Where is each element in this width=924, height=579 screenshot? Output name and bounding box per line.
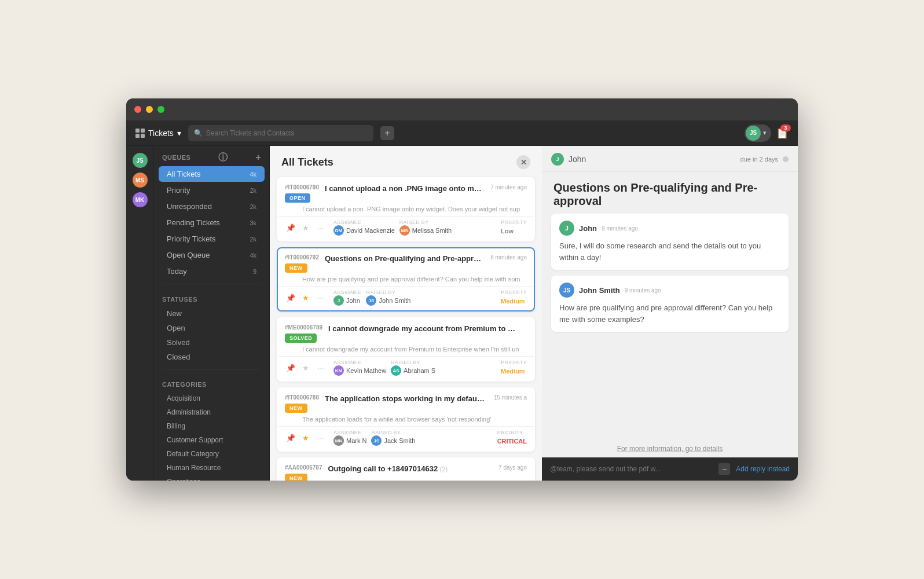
pin-icon[interactable]: 📌 xyxy=(285,433,296,444)
search-input[interactable] xyxy=(206,129,368,137)
more-icon[interactable]: ··· xyxy=(315,362,327,374)
icon-strip-avatar-ms[interactable]: MS xyxy=(133,173,148,188)
search-bar[interactable]: 🔍 xyxy=(188,125,373,141)
sidebar-divider-1 xyxy=(162,284,261,284)
assignee-avatar: J xyxy=(333,295,344,306)
sidebar-item-today[interactable]: Today9 xyxy=(159,263,265,279)
sidebar-item-all-tickets[interactable]: All Tickets4k xyxy=(159,166,265,182)
sidebar-item-priority-tickets[interactable]: Priority Tickets2k xyxy=(159,231,265,247)
ticket-preview: I cannot downgrade my account from Premi… xyxy=(278,346,534,356)
more-icon[interactable]: ··· xyxy=(315,292,327,304)
sidebar-category-acquisition[interactable]: Acquisition xyxy=(154,391,269,405)
icon-strip-avatar-mk[interactable]: MK xyxy=(133,192,148,207)
ticket-preview: How are pre qualifying and pre approval … xyxy=(278,276,534,286)
ticket-card-4[interactable]: #AA00006787 NEW Outgoing call to +184970… xyxy=(277,457,535,481)
window-fullscreen-dot[interactable] xyxy=(157,106,164,113)
window-close-dot[interactable] xyxy=(134,106,141,113)
add-button[interactable]: + xyxy=(380,126,394,140)
message-avatar: JS xyxy=(559,283,574,298)
sidebar-statuses: NewOpenSolvedClosed xyxy=(154,306,269,364)
raised-by-avatar: JS xyxy=(366,295,376,306)
detail-due: due in 2 days xyxy=(740,156,778,163)
pin-icon[interactable]: 📌 xyxy=(285,362,296,374)
topbar: Tickets ▾ 🔍 + JS ▾ 📋 3 xyxy=(126,120,798,146)
compose-input[interactable] xyxy=(550,465,713,473)
ticket-title: Questions on Pre-qualifying and Pre-appr… xyxy=(325,254,482,263)
ticket-status-badge: NEW xyxy=(285,404,307,413)
search-icon: 🔍 xyxy=(194,129,203,137)
sidebar-status-solved[interactable]: Solved xyxy=(154,335,269,350)
message-avatar: J xyxy=(559,221,574,236)
priority-label: Medium xyxy=(501,298,525,305)
pin-icon[interactable]: 📌 xyxy=(285,292,296,304)
detail-status-dot xyxy=(783,156,789,162)
add-reply-button[interactable]: Add reply instead xyxy=(736,465,790,473)
sidebar-category-billing[interactable]: Billing xyxy=(154,419,269,433)
add-queue-icon[interactable]: + xyxy=(255,153,261,162)
assignee-avatar: MN xyxy=(333,435,344,446)
ticket-list-panel: All Tickets ✕ #IT00006790 OPEN I cannot … xyxy=(270,146,542,481)
ticket-card-1[interactable]: #IT00006792 NEW Questions on Pre-qualify… xyxy=(277,247,535,312)
star-icon[interactable]: ★ xyxy=(300,222,311,234)
ticket-title: I cannot upload a non .PNG image onto my… xyxy=(325,184,482,193)
ticket-status-badge: NEW xyxy=(285,474,307,481)
sidebar-status-closed[interactable]: Closed xyxy=(154,350,269,364)
detail-messages: J John 9 minutes ago Sure, I will do som… xyxy=(542,214,798,440)
sidebar-category-default-category[interactable]: Default Category xyxy=(154,447,269,461)
more-info-link[interactable]: For more information, go to details xyxy=(542,440,798,457)
detail-title: Questions on Pre-qualifying and Pre-appr… xyxy=(542,172,798,214)
sidebar-item-open-queue[interactable]: Open Queue4k xyxy=(159,247,265,263)
sidebar-category-administration[interactable]: Administration xyxy=(154,405,269,419)
detail-header: J John due in 2 days xyxy=(542,146,798,172)
notifications[interactable]: 📋 3 xyxy=(776,127,789,140)
user-avatar: JS xyxy=(746,126,761,141)
brand-arrow: ▾ xyxy=(177,129,181,138)
message-text: How are pre qualifying and pre approval … xyxy=(559,302,780,325)
message-text: Sure, I will do some research and send t… xyxy=(559,240,780,263)
sidebar-category-customer-support[interactable]: Customer Support xyxy=(154,433,269,447)
titlebar xyxy=(126,98,798,120)
sidebar: QUEUES ⓘ + All Tickets4kPriority2kUnresp… xyxy=(154,146,270,481)
detail-header-left: J John xyxy=(551,153,586,166)
close-panel-button[interactable]: ✕ xyxy=(516,155,530,169)
ticket-preview: The application loads for a while and br… xyxy=(278,416,534,426)
sidebar-item-priority[interactable]: Priority2k xyxy=(159,182,265,198)
pin-icon[interactable]: 📌 xyxy=(285,222,296,234)
detail-compose: − Add reply instead xyxy=(542,457,798,481)
sidebar-status-new[interactable]: New xyxy=(154,306,269,321)
more-icon[interactable]: ··· xyxy=(315,222,327,234)
user-avatar-group[interactable]: JS ▾ xyxy=(745,124,771,142)
ticket-status-badge: OPEN xyxy=(285,193,310,203)
sidebar-categories: AcquisitionAdministrationBillingCustomer… xyxy=(154,391,269,481)
priority-label: Medium xyxy=(501,368,525,375)
star-icon[interactable]: ★ xyxy=(300,362,311,374)
detail-header-right: due in 2 days xyxy=(740,156,789,163)
icon-strip-avatar-js[interactable]: JS xyxy=(133,153,148,168)
add-queue-button[interactable]: ⓘ xyxy=(218,153,228,162)
ticket-card-0[interactable]: #IT00006790 OPEN I cannot upload a non .… xyxy=(277,177,535,241)
queues-header: QUEUES ⓘ + xyxy=(154,146,269,166)
compose-minimize-button[interactable]: − xyxy=(718,463,730,475)
more-icon[interactable]: ··· xyxy=(315,433,327,444)
star-icon[interactable]: ★ xyxy=(300,433,311,444)
message-time: 9 minutes ago xyxy=(625,287,661,294)
raised-by-avatar: AS xyxy=(391,365,401,376)
sidebar-status-open[interactable]: Open xyxy=(154,321,269,335)
priority-label: CRITICAL xyxy=(497,438,527,445)
sidebar-category-human-resource[interactable]: Human Resource xyxy=(154,461,269,475)
window-minimize-dot[interactable] xyxy=(146,106,153,113)
sidebar-item-pending-tickets[interactable]: Pending Tickets3k xyxy=(159,215,265,230)
brand-label: Tickets xyxy=(148,129,174,138)
message-sender-name: John xyxy=(579,224,597,233)
ticket-preview: I cannot upload a non .PNG image onto my… xyxy=(278,206,534,216)
brand[interactable]: Tickets ▾ xyxy=(135,129,181,138)
ticket-title: The application stops working in my defa… xyxy=(325,394,486,403)
star-icon[interactable]: ★ xyxy=(300,292,311,304)
ticket-card-2[interactable]: #ME00006789 SOLVED I cannot downgrade my… xyxy=(277,317,535,382)
detail-panel: J John due in 2 days Questions on Pre-qu… xyxy=(542,146,798,481)
raised-by-avatar: JS xyxy=(371,435,382,446)
ticket-card-3[interactable]: #IT00006788 NEW The application stops wo… xyxy=(277,387,535,452)
sidebar-item-unresponded[interactable]: Unresponded2k xyxy=(159,199,265,214)
ticket-list: #IT00006790 OPEN I cannot upload a non .… xyxy=(270,175,542,481)
sidebar-category-operations[interactable]: Operations xyxy=(154,475,269,481)
